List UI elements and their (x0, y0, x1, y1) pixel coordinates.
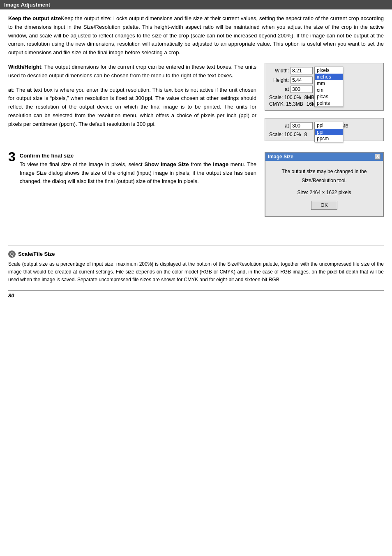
width-height-section: Width/Height: The output dimensions for … (8, 63, 384, 144)
scale-icon: Q (8, 250, 16, 258)
at-row-bottom: at ppi ppi ppcm ppi ppcm MB (269, 122, 379, 130)
unit-cm[interactable]: cm (315, 87, 343, 93)
dialog-ok-button[interactable]: OK (311, 201, 337, 210)
at-input-top[interactable] (291, 86, 313, 93)
scale-note-title: Q Scale/File Size (8, 250, 384, 258)
size-resolution-panel-top: Width: pixels inches mm cm picas points … (265, 63, 384, 111)
res-ppi-selected[interactable]: ppi (315, 129, 343, 135)
width-height-text: Width/Height: The output dimensions for … (8, 63, 256, 144)
scale-note-title-text: Scale/File Size (18, 251, 55, 257)
page-header: Image Adjustment (0, 0, 392, 9)
header-title: Image Adjustment (4, 2, 50, 8)
width-row: Width: pixels inches mm cm picas points … (269, 67, 379, 75)
page-number: 80 (8, 292, 14, 299)
unit-points[interactable]: points (315, 100, 343, 107)
step3-block: 3 Confirm the final size To view the fin… (8, 152, 256, 186)
page-content: Keep the output sizeKeep the output size… (0, 14, 392, 307)
dialog-size-text: Size: 2464 × 1632 pixels (270, 188, 378, 197)
res-ppi-option[interactable]: ppi (315, 122, 343, 129)
step3-content: Confirm the final size To view the final… (20, 152, 256, 186)
dialog-title-text: Image Size (268, 154, 293, 160)
unit-mm[interactable]: mm (315, 80, 343, 87)
mb1-label: 8MB (304, 95, 314, 100)
height-label: Height: (269, 77, 289, 83)
intro-paragraph: Keep the output sizeKeep the output size… (8, 14, 384, 57)
at-label-top: at (269, 86, 289, 92)
cmyk-label: CMYK: 15.3MB (269, 101, 303, 107)
height-input[interactable] (291, 76, 313, 84)
image-size-dialog: Image Size X The output size may be chan… (265, 152, 384, 217)
unit-inches[interactable]: inches (315, 74, 343, 80)
dialog-body: The output size may be changed in the Si… (265, 161, 383, 216)
mb-bottom-val: 8 (304, 132, 307, 137)
unit-picas[interactable]: picas (315, 93, 343, 100)
at-input-bottom[interactable] (291, 122, 313, 130)
dialog-title-bar: Image Size X (265, 153, 383, 161)
unit-pixels[interactable]: pixels (315, 67, 343, 74)
step3-title: Confirm the final size (20, 153, 74, 159)
size-resolution-panel-bottom: at ppi ppi ppcm ppi ppcm MB (265, 118, 384, 141)
step3-number: 3 (8, 150, 16, 186)
dialog-col: Image Size X The output size may be chan… (265, 152, 384, 217)
step3-section: 3 Confirm the final size To view the fin… (8, 152, 384, 217)
scale-label-top: Scale: 100.0% (269, 95, 301, 100)
ui-panels-container: Width: pixels inches mm cm picas points … (265, 63, 384, 144)
at-label-bottom: at (269, 123, 289, 129)
scale-note-text: Scale (output size as a percentage of in… (8, 260, 384, 284)
width-label: Width: (269, 68, 289, 74)
page-footer: 80 (8, 290, 384, 299)
res-ppcm-option[interactable]: ppcm (315, 135, 343, 142)
units-dropdown-open[interactable]: pixels inches mm cm picas points (314, 67, 343, 107)
scale-label-bottom: Scale: 100.0% (269, 132, 301, 137)
step3-text-col: 3 Confirm the final size To view the fin… (8, 152, 256, 217)
res-dropdown-open[interactable]: ppi ppi ppcm (314, 122, 343, 142)
scale-file-size-section: Q Scale/File Size Scale (output size as … (8, 245, 384, 284)
dialog-close-button[interactable]: X (375, 154, 380, 160)
width-input[interactable] (291, 67, 313, 74)
dialog-body-line1: The output size may be changed in the Si… (270, 167, 378, 185)
